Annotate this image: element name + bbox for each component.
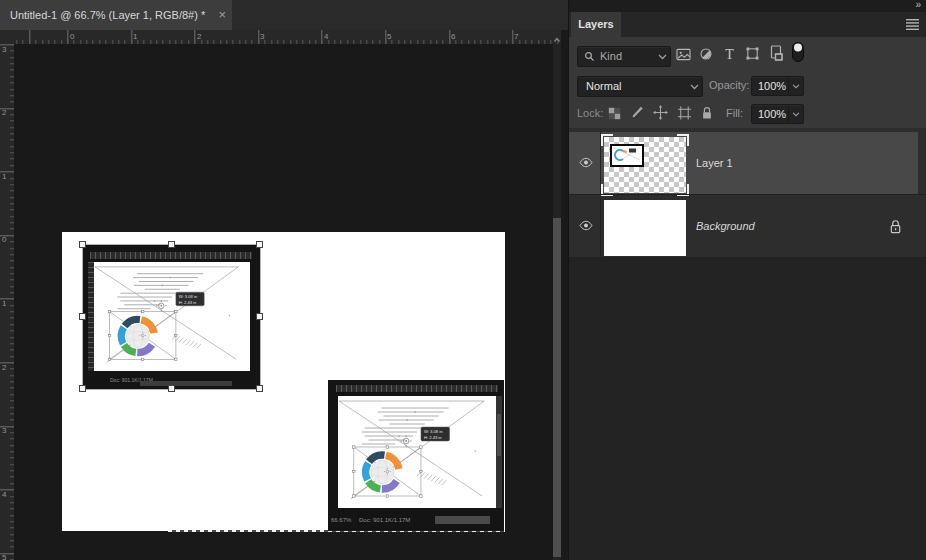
scrollbar-up-arrow[interactable] — [553, 36, 561, 44]
inner-horizontal-scrollbar — [435, 516, 490, 524]
ruler-number: 3 — [2, 427, 6, 435]
chevron-down-icon[interactable] — [788, 77, 803, 95]
ruler-number: 3 — [2, 46, 6, 54]
document-tab[interactable]: Untitled-1 @ 66.7% (Layer 1, RGB/8#) * × — [0, 0, 232, 30]
layer-thumbnail-content — [610, 144, 644, 167]
filter-adjustment-layers-icon[interactable] — [699, 47, 713, 61]
ruler-number: 4 — [324, 33, 328, 41]
layer-name[interactable]: Layer 1 — [696, 132, 733, 194]
ruler-number: 2 — [197, 33, 201, 41]
transform-handle-mid-right[interactable] — [256, 313, 263, 320]
transform-handle-top-center[interactable] — [168, 241, 175, 248]
transform-handle-top-right[interactable] — [256, 241, 263, 248]
blend-mode-dropdown[interactable]: Normal — [577, 76, 703, 97]
ruler-number: 0 — [2, 236, 6, 244]
panel-menu-icon[interactable] — [906, 18, 919, 31]
layer-row-layer-1[interactable]: Layer 1 — [569, 132, 918, 194]
fill-input[interactable]: 100% — [751, 104, 804, 124]
opacity-value: 100% — [758, 77, 786, 95]
ruler-number: 2 — [2, 109, 6, 117]
layers-panel: » Layers Kind T — [568, 0, 926, 560]
kind-filter-label: Kind — [600, 47, 622, 66]
ruler-number: 3 — [260, 33, 264, 41]
inner-canvas — [338, 396, 496, 508]
blend-mode-value: Normal — [586, 77, 621, 96]
ruler-number: 0 — [70, 33, 74, 41]
fill-label: Fill: — [726, 104, 743, 123]
document-scrollbar-thumb[interactable] — [553, 218, 561, 557]
fill-value: 100% — [758, 105, 786, 123]
document-tab-bar: Untitled-1 @ 66.7% (Layer 1, RGB/8#) * × — [0, 0, 568, 30]
search-icon — [583, 50, 595, 62]
document-tab-title: Untitled-1 @ 66.7% (Layer 1, RGB/8#) * — [10, 0, 205, 30]
filter-row: Kind T — [569, 37, 926, 72]
inner-horizontal-ruler — [336, 385, 498, 392]
ruler-number: 1 — [133, 33, 137, 41]
transform-handle-bottom-left[interactable] — [79, 385, 86, 392]
transform-handle-bottom-right[interactable] — [256, 385, 263, 392]
lock-row: Lock: Fill: 100% — [569, 100, 926, 129]
filter-toggle-switch[interactable] — [792, 42, 804, 62]
ruler-number: 5 — [387, 33, 391, 41]
collapse-panels-icon[interactable]: » — [915, 0, 921, 10]
layer-thumbnail[interactable] — [604, 200, 686, 256]
filter-shape-layers-icon[interactable] — [745, 46, 760, 61]
transform-handle-top-left[interactable] — [79, 241, 86, 248]
layers-panel-empty-area — [569, 257, 926, 560]
tab-close-icon[interactable]: × — [218, 0, 226, 30]
ruler-number: 6 — [451, 33, 455, 41]
horizontal-ruler[interactable]: 0 1 2 3 4 5 6 7 — [14, 30, 561, 45]
filter-type-layers-icon[interactable]: T — [723, 46, 736, 61]
lock-all-icon[interactable] — [700, 105, 713, 120]
layers-list: Layer 1 Background — [569, 128, 926, 257]
ruler-number: 2 — [2, 364, 6, 372]
type-icon-glyph: T — [725, 47, 734, 62]
layer-row-background[interactable]: Background — [569, 195, 918, 257]
visibility-eye-icon[interactable] — [579, 220, 593, 231]
visibility-eye-icon[interactable] — [579, 157, 593, 168]
filter-pixel-layers-icon[interactable] — [676, 48, 691, 61]
panel-dock-header: » — [569, 0, 926, 12]
inner-zoom-status: 66.67% — [331, 517, 351, 523]
lock-pixels-brush-icon[interactable] — [630, 105, 644, 120]
filter-smart-objects-icon[interactable] — [769, 45, 783, 61]
ruler-number: 1 — [2, 173, 6, 181]
inner-horizontal-scrollbar — [140, 381, 232, 386]
layer-thumbnail[interactable] — [604, 137, 686, 193]
ruler-origin-box[interactable] — [0, 30, 15, 45]
pasted-screenshot-2[interactable]: 66.67% Doc: 901.1K/1.17M — [328, 380, 504, 531]
ruler-number: 7 — [514, 33, 518, 41]
layers-panel-tab[interactable]: Layers — [571, 12, 621, 37]
lock-label: Lock: — [577, 104, 603, 123]
opacity-input[interactable]: 100% — [751, 76, 804, 96]
blend-row: Normal Opacity: 100% — [569, 71, 926, 101]
ruler-number: 1 — [2, 300, 6, 308]
transform-handle-mid-left[interactable] — [79, 313, 86, 320]
panel-tab-row: Layers — [569, 12, 926, 37]
ruler-number: 5 — [2, 554, 6, 560]
kind-filter-dropdown[interactable]: Kind — [577, 46, 671, 67]
layer-name[interactable]: Background — [696, 195, 755, 257]
vertical-ruler[interactable]: 3 2 1 0 1 2 3 4 5 — [0, 44, 15, 560]
pasted-screenshot-1[interactable]: Doc: 901.1K/1.17M — [82, 244, 260, 389]
inner-doc-size-status: Doc: 901.1K/1.17M — [359, 517, 410, 523]
lock-transparency-icon[interactable] — [607, 106, 621, 120]
chevron-down-icon — [658, 47, 667, 66]
inner-vertical-scrollbar — [496, 396, 502, 508]
transform-handle-bottom-center[interactable] — [168, 385, 175, 392]
background-lock-icon[interactable] — [889, 219, 902, 234]
inner-horizontal-ruler — [90, 252, 252, 259]
lock-artboard-icon[interactable] — [677, 106, 692, 120]
chevron-down-icon[interactable] — [788, 105, 803, 123]
lock-position-move-icon[interactable] — [653, 105, 668, 120]
inner-canvas — [94, 262, 250, 371]
ruler-number: 4 — [2, 491, 6, 499]
chevron-down-icon — [690, 77, 699, 96]
opacity-label: Opacity: — [709, 76, 749, 95]
